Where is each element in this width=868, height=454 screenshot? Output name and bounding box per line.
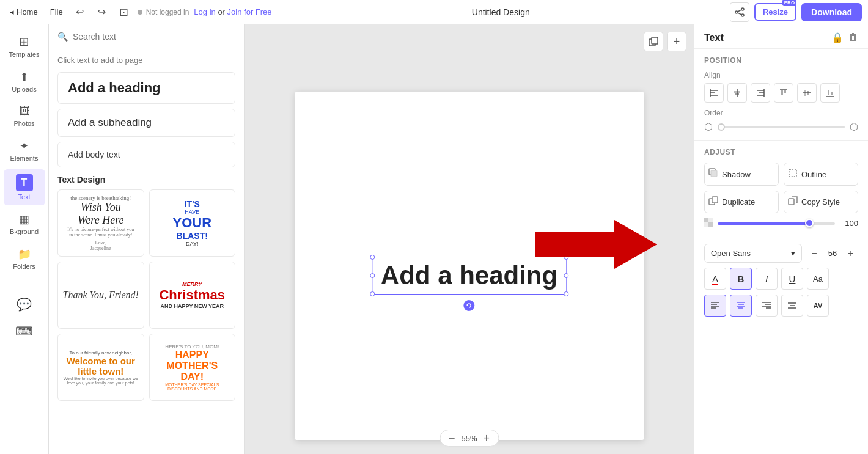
order-row: ⬡ ⬡ bbox=[704, 121, 858, 133]
resize-handle-mr[interactable] bbox=[564, 273, 568, 278]
svg-rect-22 bbox=[784, 90, 786, 93]
align-right-button[interactable] bbox=[751, 83, 770, 103]
resize-handle-bl[interactable] bbox=[370, 291, 375, 296]
home-button[interactable]: ◂ Home bbox=[6, 5, 42, 19]
case-button[interactable]: Aa bbox=[807, 268, 829, 290]
resize-handle-br[interactable] bbox=[564, 291, 568, 296]
sidebar-item-label: Templates bbox=[9, 51, 39, 58]
bold-button[interactable]: B bbox=[730, 268, 752, 290]
adjust-section: Adjust Shadow Outline bbox=[694, 141, 868, 236]
text-align-right-button[interactable] bbox=[756, 295, 778, 317]
click-hint: Click text to add to page bbox=[57, 56, 235, 65]
share-button[interactable] bbox=[730, 2, 749, 22]
resize-handle-tl[interactable] bbox=[370, 255, 375, 260]
panel-content: Click text to add to page Add a heading … bbox=[49, 49, 244, 454]
zoom-in-button[interactable]: + bbox=[484, 433, 490, 444]
align-left-button[interactable] bbox=[704, 83, 724, 103]
action-row: Duplicate Copy Style bbox=[704, 191, 858, 213]
opacity-slider[interactable] bbox=[718, 222, 835, 225]
align-top-button[interactable] bbox=[774, 83, 793, 103]
font-size-decrease[interactable]: − bbox=[807, 246, 822, 261]
align-label: Align bbox=[704, 71, 858, 79]
delete-icon[interactable]: 🗑 bbox=[848, 32, 858, 43]
elements-icon: ✦ bbox=[20, 139, 29, 153]
text-style-row: A B I U Aa bbox=[704, 268, 858, 290]
sidebar-item-uploads[interactable]: ⬆ Uploads bbox=[4, 65, 45, 98]
shadow-button[interactable]: Shadow bbox=[704, 163, 779, 186]
resize-button[interactable]: PRO Resize bbox=[754, 3, 796, 21]
login-link[interactable]: Log in bbox=[194, 7, 215, 16]
panel-header-icons: 🔒 🗑 bbox=[831, 32, 858, 43]
design-card-thankyou[interactable]: Thank You, Friend! bbox=[57, 262, 144, 329]
copy-style-button[interactable]: Copy Style bbox=[784, 191, 858, 213]
duplicate-button[interactable]: Duplicate bbox=[704, 191, 779, 213]
underline-button[interactable]: U bbox=[781, 268, 803, 290]
outline-label: Outline bbox=[801, 170, 826, 179]
sidebar-item-photos[interactable]: 🖼 Photos bbox=[4, 100, 45, 132]
add-heading-item[interactable]: Add a heading bbox=[57, 72, 235, 104]
align-center-h-button[interactable] bbox=[727, 83, 747, 103]
outline-button[interactable]: Outline bbox=[784, 163, 858, 186]
sidebar-item-keyboard[interactable]: ⌨ bbox=[4, 319, 45, 343]
opacity-value: 100 bbox=[840, 219, 858, 228]
search-input[interactable] bbox=[73, 32, 235, 42]
sidebar-item-background[interactable]: ▦ Bkground bbox=[4, 208, 45, 240]
add-page-button[interactable]: + bbox=[667, 32, 686, 51]
add-body-label: Add body text bbox=[68, 150, 225, 159]
sidebar-item-label: Folders bbox=[13, 263, 35, 270]
sidebar-item-elements[interactable]: ✦ Elements bbox=[4, 134, 45, 167]
sidebar-item-text[interactable]: T Text bbox=[4, 169, 45, 205]
file-menu[interactable]: File bbox=[46, 5, 67, 19]
order-front-icon[interactable]: ⬡ bbox=[850, 121, 858, 133]
search-bar: 🔍 bbox=[49, 24, 244, 49]
undo-button[interactable]: ↩ bbox=[72, 4, 89, 21]
duplicate-canvas-button[interactable] bbox=[644, 32, 663, 51]
copy-style-icon bbox=[788, 196, 798, 208]
order-back-icon[interactable]: ⬡ bbox=[704, 121, 713, 133]
zoom-out-button[interactable]: − bbox=[449, 433, 455, 444]
design-card-merry[interactable]: MERRY Christmas AND HAPPY NEW YEAR bbox=[149, 262, 236, 329]
redo-button[interactable]: ↪ bbox=[94, 4, 111, 21]
topbar-left: ◂ Home File ↩ ↪ ⊡ Not logged in Log in o… bbox=[6, 4, 272, 21]
design-card-welcome[interactable]: To our friendly new neighbor, Welcome to… bbox=[57, 334, 144, 401]
join-link[interactable]: Join for Free bbox=[227, 7, 272, 16]
order-label: Order bbox=[704, 109, 858, 117]
photos-icon: 🖼 bbox=[19, 105, 30, 118]
svg-rect-37 bbox=[708, 218, 713, 222]
save-button[interactable]: ⊡ bbox=[116, 4, 133, 21]
line-height-button[interactable] bbox=[781, 295, 803, 317]
add-subheading-item[interactable]: Add a subheading bbox=[57, 109, 235, 137]
right-panel-header: Text 🔒 🗑 bbox=[694, 24, 868, 49]
text-color-button[interactable]: A bbox=[704, 268, 726, 290]
lock-icon[interactable]: 🔒 bbox=[831, 32, 844, 43]
text-align-left-button[interactable] bbox=[704, 295, 726, 317]
document-title[interactable]: Untitled Design bbox=[447, 7, 554, 17]
svg-rect-25 bbox=[807, 91, 809, 95]
sidebar-item-templates[interactable]: ⊞ Templates bbox=[4, 29, 45, 63]
sidebar-item-comments[interactable]: 💬 bbox=[4, 292, 45, 317]
rotate-handle[interactable] bbox=[463, 300, 474, 311]
add-body-item[interactable]: Add body text bbox=[57, 142, 235, 167]
text-align-center-button[interactable] bbox=[730, 295, 752, 317]
resize-handle-ml[interactable] bbox=[370, 273, 375, 278]
font-select[interactable]: Open Sans ▾ bbox=[704, 244, 802, 263]
sidebar-item-label: Text bbox=[18, 193, 30, 200]
letter-spacing-button[interactable]: AV bbox=[807, 295, 829, 317]
design-card-mothers[interactable]: HERE'S TO YOU, MOM! HAPPYMOTHER'SDAY! MO… bbox=[149, 334, 236, 401]
svg-marker-8 bbox=[535, 220, 657, 269]
align-center-v-button[interactable] bbox=[797, 83, 817, 103]
position-section: Position Align bbox=[694, 49, 868, 141]
italic-button[interactable]: I bbox=[756, 268, 778, 290]
font-name: Open Sans bbox=[711, 249, 751, 258]
svg-point-1 bbox=[735, 11, 738, 13]
order-slider[interactable] bbox=[718, 126, 845, 128]
font-row: Open Sans ▾ − 56 + bbox=[704, 244, 858, 263]
design-card-wish[interactable]: the scenery is breathtaking! Wish YouWer… bbox=[57, 189, 144, 257]
sidebar-item-folders[interactable]: 📁 Folders bbox=[4, 243, 45, 275]
download-button[interactable]: Download bbox=[801, 3, 862, 21]
align-bottom-button[interactable] bbox=[820, 83, 840, 103]
auth-links: Log in or Join for Free bbox=[194, 7, 271, 16]
right-panel: Text 🔒 🗑 Position Align bbox=[694, 24, 868, 454]
design-card-itsyourday[interactable]: IT'S HAVE YOUR BLAST! DAY! bbox=[149, 189, 236, 257]
font-size-increase[interactable]: + bbox=[844, 246, 858, 261]
